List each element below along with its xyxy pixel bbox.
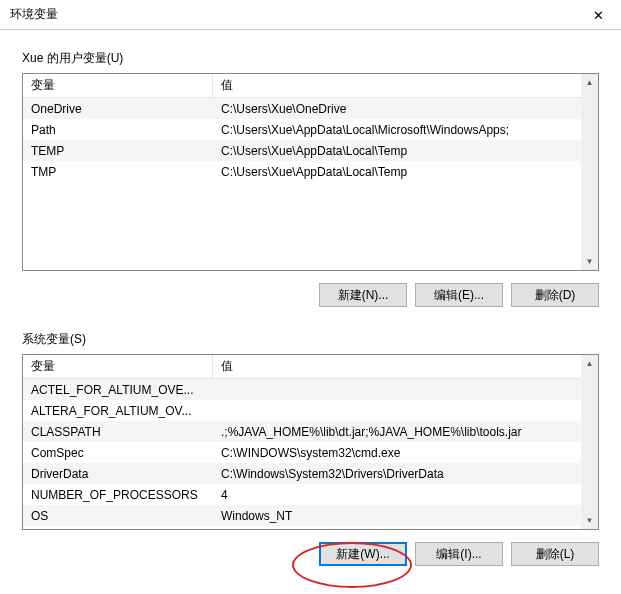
var-value: C:\Users\Xue\AppData\Local\Temp bbox=[213, 163, 598, 181]
table-row[interactable]: NUMBER_OF_PROCESSORS 4 bbox=[23, 484, 598, 505]
user-table-header: 变量 值 bbox=[23, 74, 598, 98]
system-vars-label: 系统变量(S) bbox=[22, 331, 599, 348]
system-scrollbar[interactable]: ▲ ▼ bbox=[581, 355, 598, 529]
system-new-button[interactable]: 新建(W)... bbox=[319, 542, 407, 566]
var-value bbox=[213, 409, 598, 413]
scroll-down-icon[interactable]: ▼ bbox=[581, 253, 598, 270]
var-value: .;%JAVA_HOME%\lib\dt.jar;%JAVA_HOME%\lib… bbox=[213, 423, 598, 441]
scroll-down-icon[interactable]: ▼ bbox=[581, 512, 598, 529]
table-row[interactable]: CLASSPATH .;%JAVA_HOME%\lib\dt.jar;%JAVA… bbox=[23, 421, 598, 442]
var-value bbox=[213, 388, 598, 392]
var-value: C:\Windows\System32\Drivers\DriverData bbox=[213, 465, 598, 483]
var-value: Windows_NT bbox=[213, 507, 598, 525]
scroll-up-icon[interactable]: ▲ bbox=[581, 74, 598, 91]
system-table-header: 变量 值 bbox=[23, 355, 598, 379]
var-name: TEMP bbox=[23, 142, 213, 160]
var-name: ALTERA_FOR_ALTIUM_OV... bbox=[23, 402, 213, 420]
var-name: ACTEL_FOR_ALTIUM_OVE... bbox=[23, 381, 213, 399]
table-row[interactable]: TMP C:\Users\Xue\AppData\Local\Temp bbox=[23, 161, 598, 182]
var-name: DriverData bbox=[23, 465, 213, 483]
system-col-value[interactable]: 值 bbox=[213, 354, 598, 379]
table-row[interactable]: DriverData C:\Windows\System32\Drivers\D… bbox=[23, 463, 598, 484]
user-table-body: OneDrive C:\Users\Xue\OneDrive Path C:\U… bbox=[23, 98, 598, 182]
table-row[interactable]: ComSpec C:\WINDOWS\system32\cmd.exe bbox=[23, 442, 598, 463]
var-name: CLASSPATH bbox=[23, 423, 213, 441]
system-table-body: ACTEL_FOR_ALTIUM_OVE... ALTERA_FOR_ALTIU… bbox=[23, 379, 598, 526]
var-name: ComSpec bbox=[23, 444, 213, 462]
system-col-variable[interactable]: 变量 bbox=[23, 354, 213, 379]
dialog-content: Xue 的用户变量(U) 变量 值 OneDrive C:\Users\Xue\… bbox=[0, 30, 621, 586]
var-name: OS bbox=[23, 507, 213, 525]
user-delete-button[interactable]: 删除(D) bbox=[511, 283, 599, 307]
var-value: 4 bbox=[213, 486, 598, 504]
var-name: TMP bbox=[23, 163, 213, 181]
table-row[interactable]: OS Windows_NT bbox=[23, 505, 598, 526]
user-button-row: 新建(N)... 编辑(E)... 删除(D) bbox=[22, 283, 599, 307]
var-value: C:\WINDOWS\system32\cmd.exe bbox=[213, 444, 598, 462]
table-row[interactable]: TEMP C:\Users\Xue\AppData\Local\Temp bbox=[23, 140, 598, 161]
titlebar: 环境变量 ✕ bbox=[0, 0, 621, 30]
var-value: C:\Users\Xue\AppData\Local\Temp bbox=[213, 142, 598, 160]
var-value: C:\Users\Xue\AppData\Local\Microsoft\Win… bbox=[213, 121, 598, 139]
user-col-value[interactable]: 值 bbox=[213, 73, 598, 98]
system-button-row: 新建(W)... 编辑(I)... 删除(L) bbox=[22, 542, 599, 566]
user-edit-button[interactable]: 编辑(E)... bbox=[415, 283, 503, 307]
user-col-variable[interactable]: 变量 bbox=[23, 73, 213, 98]
user-vars-table[interactable]: 变量 值 OneDrive C:\Users\Xue\OneDrive Path… bbox=[22, 73, 599, 271]
close-button[interactable]: ✕ bbox=[576, 0, 621, 30]
user-new-button[interactable]: 新建(N)... bbox=[319, 283, 407, 307]
user-vars-label: Xue 的用户变量(U) bbox=[22, 50, 599, 67]
table-row[interactable]: ACTEL_FOR_ALTIUM_OVE... bbox=[23, 379, 598, 400]
var-name: NUMBER_OF_PROCESSORS bbox=[23, 486, 213, 504]
scroll-up-icon[interactable]: ▲ bbox=[581, 355, 598, 372]
user-scrollbar[interactable]: ▲ ▼ bbox=[581, 74, 598, 270]
system-delete-button[interactable]: 删除(L) bbox=[511, 542, 599, 566]
table-row[interactable]: Path C:\Users\Xue\AppData\Local\Microsof… bbox=[23, 119, 598, 140]
var-name: Path bbox=[23, 121, 213, 139]
system-vars-table[interactable]: 变量 值 ACTEL_FOR_ALTIUM_OVE... ALTERA_FOR_… bbox=[22, 354, 599, 530]
var-name: OneDrive bbox=[23, 100, 213, 118]
close-icon: ✕ bbox=[593, 8, 604, 23]
table-row[interactable]: ALTERA_FOR_ALTIUM_OV... bbox=[23, 400, 598, 421]
table-row[interactable]: OneDrive C:\Users\Xue\OneDrive bbox=[23, 98, 598, 119]
window-title: 环境变量 bbox=[10, 6, 58, 23]
system-edit-button[interactable]: 编辑(I)... bbox=[415, 542, 503, 566]
var-value: C:\Users\Xue\OneDrive bbox=[213, 100, 598, 118]
